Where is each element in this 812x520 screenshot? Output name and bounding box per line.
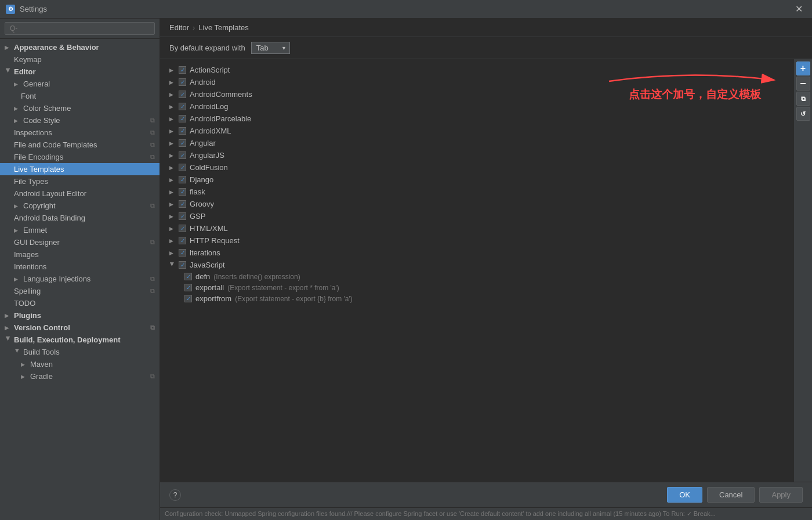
group-header-django[interactable]: ▶ Django [160, 174, 793, 186]
sidebar-item-general[interactable]: ▶ General [0, 78, 160, 90]
sidebar-label-gradle: Gradle [30, 372, 53, 381]
group-header-android[interactable]: ▶ Android [160, 76, 793, 88]
sidebar-label-file-code-templates: File and Code Templates [14, 140, 97, 149]
checkbox-html-xml[interactable] [179, 225, 186, 232]
search-input[interactable] [5, 22, 155, 35]
sidebar-label-live-templates: Live Templates [14, 165, 64, 174]
group-arrow-android-log: ▶ [169, 104, 175, 110]
template-item-defn[interactable]: defn (Inserts define() expression) [160, 271, 793, 282]
close-button[interactable]: ✕ [792, 2, 806, 16]
checkbox-angular-js[interactable] [179, 151, 186, 159]
sidebar-item-maven[interactable]: ▶ Maven [0, 358, 160, 370]
checkbox-flask[interactable] [179, 188, 186, 196]
sidebar-item-android-layout-editor[interactable]: Android Layout Editor [0, 187, 160, 200]
group-header-cold-fusion[interactable]: ▶ ColdFusion [160, 161, 793, 174]
expand-select[interactable]: Tab Enter Space [251, 42, 290, 54]
group-name-cold-fusion: ColdFusion [190, 163, 228, 172]
group-header-action-script[interactable]: ▶ ActionScript [160, 64, 793, 76]
sidebar-item-live-templates[interactable]: Live Templates [0, 163, 160, 175]
sidebar-item-color-scheme[interactable]: ▶ Color Scheme [0, 102, 160, 114]
group-header-android-parcelable[interactable]: ▶ AndroidParcelable [160, 113, 793, 125]
checkbox-iterations[interactable] [179, 249, 186, 257]
sidebar-item-language-injections[interactable]: ▶ Language Injections ⧉ [0, 273, 160, 285]
restore-button[interactable]: ↺ [796, 107, 810, 121]
sidebar-item-code-style[interactable]: ▶ Code Style ⧉ [0, 114, 160, 127]
group-header-groovy[interactable]: ▶ Groovy [160, 198, 793, 210]
checkbox-http-request[interactable] [179, 237, 186, 244]
sidebar-item-appearance[interactable]: ▶ Appearance & Behavior [0, 41, 160, 53]
remove-button[interactable]: − [796, 77, 810, 91]
expand-label: By default expand with [169, 44, 245, 52]
group-header-angular[interactable]: ▶ Angular [160, 137, 793, 149]
group-header-android-log[interactable]: ▶ AndroidLog [160, 100, 793, 113]
group-action-script: ▶ ActionScript [160, 64, 793, 76]
group-angular: ▶ Angular [160, 137, 793, 149]
sidebar-item-inspections[interactable]: Inspections ⧉ [0, 127, 160, 139]
sidebar-item-build-tools[interactable]: ▶ Build Tools [0, 346, 160, 358]
sidebar-item-editor[interactable]: ▶ Editor [0, 66, 160, 78]
checkbox-action-script[interactable] [179, 66, 186, 74]
sidebar-item-gui-designer[interactable]: GUI Designer ⧉ [0, 236, 160, 248]
ok-button[interactable]: OK [667, 487, 702, 503]
sidebar-item-file-code-templates[interactable]: File and Code Templates ⧉ [0, 139, 160, 151]
help-button[interactable]: ? [169, 489, 181, 501]
checkbox-cold-fusion[interactable] [179, 164, 186, 171]
group-header-flask[interactable]: ▶ flask [160, 186, 793, 198]
group-header-gsp[interactable]: ▶ GSP [160, 210, 793, 222]
checkbox-exportall[interactable] [184, 284, 192, 291]
copy-button[interactable]: ⧉ [796, 92, 810, 106]
group-header-angular-js[interactable]: ▶ AngularJS [160, 149, 793, 161]
checkbox-groovy[interactable] [179, 200, 186, 208]
cancel-button[interactable]: Cancel [707, 487, 755, 503]
sidebar-item-gradle[interactable]: ▶ Gradle ⧉ [0, 370, 160, 382]
sidebar-label-spelling: Spelling [14, 287, 41, 295]
group-gsp: ▶ GSP [160, 210, 793, 222]
apply-button[interactable]: Apply [759, 487, 803, 503]
checkbox-exportfrom[interactable] [184, 295, 192, 302]
copy-icon-gui-designer: ⧉ [150, 239, 155, 246]
sidebar-item-emmet[interactable]: ▶ Emmet [0, 224, 160, 236]
sidebar-item-todo[interactable]: TODO [0, 297, 160, 309]
group-cold-fusion: ▶ ColdFusion [160, 161, 793, 174]
checkbox-javascript[interactable] [179, 261, 186, 269]
sidebar-item-android-data-binding[interactable]: Android Data Binding [0, 212, 160, 224]
sidebar-item-file-encodings[interactable]: File Encodings ⧉ [0, 151, 160, 163]
group-groovy: ▶ Groovy [160, 198, 793, 210]
group-header-android-xml[interactable]: ▶ AndroidXML [160, 125, 793, 137]
sidebar-item-images[interactable]: Images [0, 248, 160, 261]
sidebar-item-spelling[interactable]: Spelling ⧉ [0, 285, 160, 297]
sidebar-label-build-exec-deploy: Build, Execution, Deployment [14, 335, 120, 344]
sidebar-label-plugins: Plugins [14, 311, 41, 320]
checkbox-django[interactable] [179, 176, 186, 183]
group-header-javascript[interactable]: ▶ JavaScript [160, 259, 793, 271]
sidebar-item-build-exec-deploy[interactable]: ▶ Build, Execution, Deployment [0, 334, 160, 346]
sidebar-item-copyright[interactable]: ▶ Copyright ⧉ [0, 200, 160, 212]
checkbox-defn[interactable] [184, 273, 192, 280]
group-header-iterations[interactable]: ▶ iterations [160, 247, 793, 259]
add-button[interactable]: + [796, 62, 810, 75]
group-header-html-xml[interactable]: ▶ HTML/XML [160, 222, 793, 234]
checkbox-android-log[interactable] [179, 103, 186, 110]
group-name-android-xml: AndroidXML [190, 127, 231, 135]
checkbox-android-comments[interactable] [179, 91, 186, 98]
checkbox-android[interactable] [179, 78, 186, 86]
footer: ? OK Cancel Apply [160, 482, 812, 507]
sidebar-item-plugins[interactable]: ▶ Plugins [0, 309, 160, 322]
checkbox-android-parcelable[interactable] [179, 115, 186, 122]
template-item-exportall[interactable]: exportall (Export statement - export * f… [160, 282, 793, 293]
sidebar-item-file-types[interactable]: File Types [0, 175, 160, 187]
checkbox-angular[interactable] [179, 139, 186, 147]
group-header-http-request[interactable]: ▶ HTTP Request [160, 234, 793, 247]
template-item-exportfrom[interactable]: exportfrom (Export statement - export {b… [160, 293, 793, 304]
sidebar-item-font[interactable]: Font [0, 90, 160, 102]
search-box [0, 19, 160, 39]
sidebar-item-intentions[interactable]: Intentions [0, 261, 160, 273]
group-header-android-comments[interactable]: ▶ AndroidComments [160, 88, 793, 100]
checkbox-gsp[interactable] [179, 212, 186, 220]
sidebar-item-keymap[interactable]: Keymap [0, 53, 160, 66]
breadcrumb-live-templates: Live Templates [198, 23, 248, 32]
sidebar-label-color-scheme: Color Scheme [23, 104, 71, 113]
checkbox-android-xml[interactable] [179, 127, 186, 135]
sidebar-item-version-control[interactable]: ▶ Version Control ⧉ [0, 322, 160, 334]
sidebar: ▶ Appearance & Behavior Keymap ▶ Editor … [0, 19, 160, 520]
